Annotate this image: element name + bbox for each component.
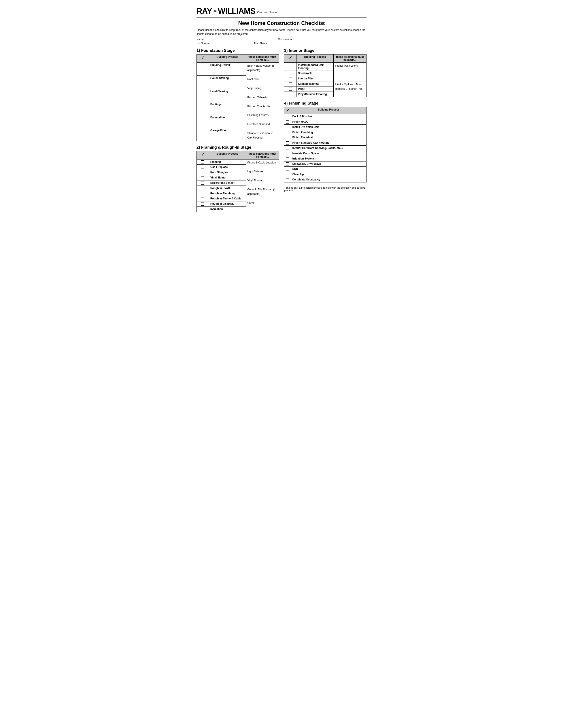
item-interior-hardware: Interior Hardware-Shelving, Locks, etc..… (291, 146, 367, 151)
item-finish-havc: Finish HAVC (291, 119, 367, 124)
item-rough-phone: Rough In Phone & Cable (209, 196, 246, 201)
checkbox[interactable] (201, 192, 204, 195)
table-row: Finish HAVC (285, 119, 367, 124)
table-row: SOD (285, 167, 367, 172)
main-content: 1) Foundation Stage ✓ Building Process t… (196, 48, 367, 216)
checkbox[interactable] (289, 93, 292, 96)
name-field[interactable] (205, 38, 274, 41)
section3-selections-1: Interior Paint colors (334, 63, 367, 81)
section4-check-header: ✓ (285, 107, 291, 114)
section2-selections: Phone & Cable Location Light Fixtures Vi… (246, 159, 279, 212)
checkbox[interactable] (286, 136, 289, 139)
table-row: Deck & Porches (285, 114, 367, 119)
subdivision-field[interactable] (294, 38, 362, 41)
table-row: Finish Standard Oak Flooring (285, 140, 367, 146)
checkbox[interactable] (201, 203, 204, 206)
item-kitchen-cabinets: Kitchen cabinets (297, 81, 334, 86)
checkbox[interactable] (201, 166, 204, 169)
checkbox[interactable] (286, 178, 289, 181)
lot-line: Lot Number: Plan Name: (196, 42, 367, 45)
section3-selections-2: Interior Options ...Door Handles, ...Int… (334, 81, 367, 97)
table-row: Interior Hardware-Shelving, Locks, etc..… (285, 146, 367, 151)
item-rough-plumbing: Rough In Plumbing (209, 191, 246, 196)
checkbox[interactable] (289, 64, 292, 67)
item-footings: Footings (209, 102, 246, 115)
section2-selections-header: these selections must be made... (246, 151, 279, 159)
section4-title: 4) Finishing Stage (284, 101, 367, 106)
checkbox[interactable] (201, 182, 204, 185)
checkbox[interactable] (201, 103, 204, 106)
section4-process-header: Building Process (291, 107, 367, 114)
left-column: 1) Foundation Stage ✓ Building Process t… (196, 48, 279, 216)
footer-note: - This is only a projected schedule to h… (284, 186, 367, 192)
item-interior-trim: Interior Trim (297, 76, 334, 81)
checkbox[interactable] (289, 82, 292, 85)
checkbox[interactable] (286, 131, 289, 134)
checkbox[interactable] (201, 171, 204, 174)
item-land-clearing: Land Clearing (209, 89, 246, 102)
table-row: Insulate Crawl Space (285, 151, 367, 156)
section3-check-header: ✓ (285, 54, 297, 63)
checkbox[interactable] (201, 90, 204, 93)
item-finish-electrical: Finish Electrical (291, 135, 367, 140)
checkbox[interactable] (201, 116, 204, 119)
lot-label: Lot Number: (196, 42, 211, 45)
checkbox[interactable] (286, 120, 289, 124)
section3-title: 3) Interior Stage (284, 48, 367, 53)
checkbox[interactable] (286, 168, 289, 171)
section1-process-header: Building Process (209, 54, 246, 63)
item-gas-fireplace: Gas Fireplace (209, 165, 246, 170)
checkbox[interactable] (286, 115, 289, 118)
checkbox[interactable] (201, 64, 204, 67)
section1-title: 1) Foundation Stage (196, 48, 279, 53)
table-row: Finish Plumbing (285, 130, 367, 135)
section1-selections: Brick / Stone Veneer (if applicable) Roo… (246, 63, 279, 141)
checkbox[interactable] (201, 77, 204, 80)
checkbox[interactable] (286, 162, 289, 165)
section3-table: ✓ Building Process these selections must… (284, 54, 367, 97)
item-insulate-crawl: Insulate Crawl Space (291, 151, 367, 156)
logo-ray: RAY (196, 7, 212, 16)
checkbox[interactable] (286, 157, 289, 160)
item-clean-up: Clean Up (291, 172, 367, 177)
section2-process-header: Building Process (209, 151, 246, 159)
item-sidewalks: Sidewalks, Drive Ways (291, 161, 367, 167)
checkbox[interactable] (201, 197, 204, 200)
item-install-prefinish: Install Pre-finish Oak (291, 124, 367, 130)
checkbox[interactable] (201, 208, 204, 211)
lot-field[interactable] (212, 42, 247, 45)
section1-check-header: ✓ (197, 54, 209, 63)
checkbox[interactable] (289, 72, 292, 75)
checkbox[interactable] (201, 187, 204, 190)
item-building-permit: Building Permit (209, 63, 246, 76)
checkbox[interactable] (289, 77, 292, 80)
item-roof-shingles: Roof Shingles (209, 170, 246, 175)
checkbox[interactable] (286, 126, 289, 129)
plan-field[interactable] (269, 42, 362, 45)
table-row: Irrigation System (285, 156, 367, 161)
section2-check-header: ✓ (197, 151, 209, 159)
checkbox[interactable] (201, 129, 204, 132)
checkbox[interactable] (286, 141, 289, 144)
table-row: Install Pre-finish Oak (285, 124, 367, 130)
item-brick-stone: Brick/Stone Veneer (209, 180, 246, 186)
item-framing: Framing (209, 159, 246, 165)
item-certificate: Certificate Occupancy (291, 177, 367, 182)
checkbox[interactable] (286, 173, 289, 176)
item-foundation: Foundation (209, 115, 246, 128)
checkbox[interactable] (286, 147, 289, 150)
section2-title: 2) Framing & Rough-In Stage (196, 145, 279, 150)
form-fields: Name: Subdivision: Lot Number: Plan Name… (196, 38, 367, 45)
checkbox[interactable] (201, 160, 204, 163)
item-house-staking: House Staking (209, 76, 246, 89)
logo-williams: WILLIAMS (218, 7, 255, 16)
checkbox[interactable] (286, 152, 289, 155)
checkbox[interactable] (201, 176, 204, 179)
logo-custom: Custom Homes (257, 11, 278, 14)
checkbox[interactable] (289, 88, 292, 91)
section3-process-header: Building Process (297, 54, 334, 63)
item-irrigation: Irrigation System (291, 156, 367, 161)
intro-text: Please use this checklist to keep track … (196, 28, 367, 36)
item-vinyl-siding: Vinyl Siding (209, 175, 246, 180)
right-column: 3) Interior Stage ✓ Building Process the… (284, 48, 367, 216)
